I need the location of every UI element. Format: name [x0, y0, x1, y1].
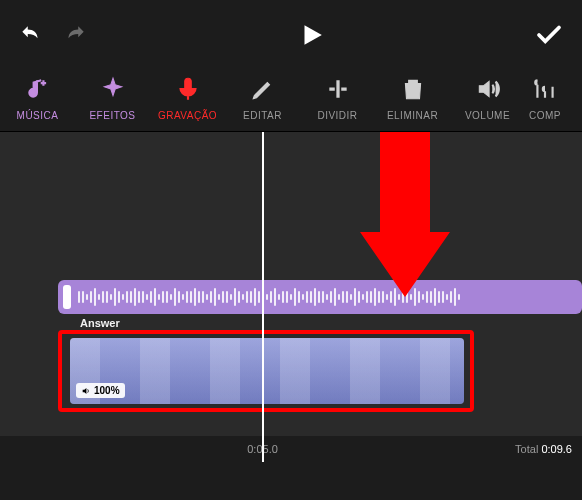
split-icon	[325, 76, 351, 102]
clip-handle[interactable]	[63, 285, 71, 309]
equalizer-icon	[532, 76, 558, 102]
confirm-icon[interactable]	[534, 20, 564, 50]
sparkle-icon	[100, 76, 126, 102]
time-total: Total 0:09.6	[515, 443, 572, 455]
time-ruler: 0:05.0 Total 0:09.6	[0, 436, 582, 462]
toolbar-label: VOLUME	[465, 110, 510, 121]
trash-icon	[400, 76, 426, 102]
toolbar-volume[interactable]: VOLUME	[450, 76, 525, 121]
toolbar-effects[interactable]: EFEITOS	[75, 76, 150, 121]
waveform	[78, 287, 582, 307]
audio-volume-badge: 100%	[76, 383, 125, 398]
audio-thumbnails	[70, 338, 464, 404]
audio-track[interactable]: 100%	[70, 338, 464, 404]
toolbar-label: MÚSICA	[17, 110, 59, 121]
toolbar-record[interactable]: GRAVAÇÃO	[150, 76, 225, 121]
top-bar	[0, 0, 582, 70]
redo-icon[interactable]	[62, 22, 88, 48]
toolbar-compose[interactable]: COMP	[525, 76, 565, 121]
toolbar-music[interactable]: MÚSICA	[0, 76, 75, 121]
toolbar-label: ELIMINAR	[387, 110, 438, 121]
toolbar-split[interactable]: DIVIDIR	[300, 76, 375, 121]
toolbar-label: DIVIDIR	[317, 110, 357, 121]
music-icon	[25, 76, 51, 102]
video-track[interactable]	[58, 280, 582, 314]
audio-volume-value: 100%	[94, 385, 120, 396]
volume-icon	[475, 76, 501, 102]
toolbar: MÚSICA EFEITOS GRAVAÇÃO EDITAR DIVIDIR E…	[0, 70, 582, 132]
toolbar-label: EFEITOS	[89, 110, 135, 121]
video-track-label: Answer	[80, 317, 120, 329]
toolbar-label: EDITAR	[243, 110, 282, 121]
play-icon[interactable]	[298, 22, 324, 48]
toolbar-label: COMP	[529, 110, 561, 121]
mic-icon	[175, 76, 201, 102]
undo-icon[interactable]	[18, 22, 44, 48]
playhead[interactable]	[262, 132, 264, 462]
timeline[interactable]: Answer 100% 0:05.0 Total 0:09.6	[0, 132, 582, 462]
annotation-arrow	[360, 132, 450, 306]
pencil-icon	[250, 76, 276, 102]
toolbar-label: GRAVAÇÃO	[158, 110, 217, 121]
toolbar-delete[interactable]: ELIMINAR	[375, 76, 450, 121]
toolbar-edit[interactable]: EDITAR	[225, 76, 300, 121]
